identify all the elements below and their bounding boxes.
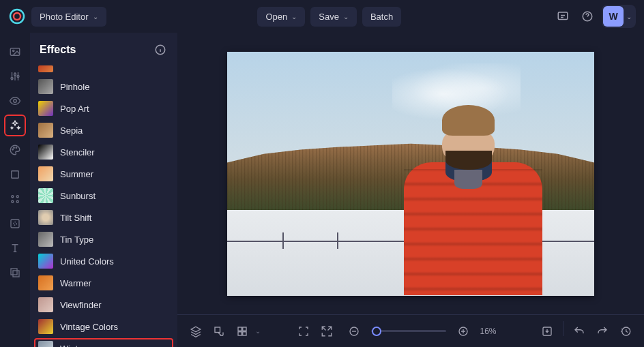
rail-palette-icon[interactable] xyxy=(4,139,26,161)
undo-icon[interactable] xyxy=(569,321,589,342)
effect-label: Winter xyxy=(60,344,86,348)
effect-label: United Colors xyxy=(60,256,114,267)
rail-eye-icon[interactable] xyxy=(4,90,26,112)
effect-thumb xyxy=(38,79,53,94)
effect-label: Pinhole xyxy=(60,82,89,92)
rail-text-icon[interactable] xyxy=(4,237,26,259)
effect-label: Stenciler xyxy=(60,147,95,157)
feedback-icon[interactable] xyxy=(553,6,573,27)
effect-item-tin-type[interactable]: Tin Type xyxy=(34,229,173,250)
svg-rect-27 xyxy=(243,331,246,335)
svg-point-14 xyxy=(12,196,14,198)
effect-thumb xyxy=(38,254,53,269)
rail-image-icon[interactable] xyxy=(4,41,26,63)
redo-icon[interactable] xyxy=(592,321,613,342)
effect-thumb xyxy=(38,319,53,334)
effect-label: Tin Type xyxy=(60,235,93,245)
effect-label: Viewfinder xyxy=(60,300,101,310)
effect-label: Sunburst xyxy=(60,191,96,201)
avatar: W xyxy=(603,6,624,27)
svg-point-16 xyxy=(12,200,14,202)
app-logo[interactable] xyxy=(8,7,26,25)
rail-effects-icon[interactable] xyxy=(4,115,26,136)
effect-item-pinhole[interactable]: Pinhole xyxy=(34,76,173,97)
svg-rect-20 xyxy=(11,269,17,275)
app-mode-dropdown[interactable]: Photo Editor ⌄ xyxy=(31,7,106,27)
expand-icon[interactable] xyxy=(209,321,229,342)
batch-button[interactable]: Batch xyxy=(362,7,401,27)
save-label: Save xyxy=(319,12,339,22)
svg-rect-24 xyxy=(238,327,241,331)
history-icon[interactable] xyxy=(615,321,636,342)
effect-thumb xyxy=(38,101,53,116)
effect-label: Summer xyxy=(60,169,93,179)
effect-item-stenciler[interactable]: Stenciler xyxy=(34,142,173,162)
canvas-image[interactable] xyxy=(227,52,594,296)
svg-point-12 xyxy=(16,147,17,149)
fit-screen-icon[interactable] xyxy=(293,321,314,342)
effect-item-sunburst[interactable]: Sunburst xyxy=(34,185,173,206)
effect-thumb xyxy=(38,166,53,181)
rail-overlay-icon[interactable] xyxy=(4,262,26,284)
zoom-out-icon[interactable] xyxy=(344,321,364,342)
effect-item-summer[interactable]: Summer xyxy=(34,164,173,184)
svg-point-15 xyxy=(16,196,18,198)
effect-item-united-colors[interactable]: United Colors xyxy=(34,251,173,271)
svg-rect-18 xyxy=(11,220,19,228)
zoom-value: 16% xyxy=(480,327,505,336)
effect-thumb xyxy=(38,232,53,247)
layers-icon[interactable] xyxy=(186,321,206,342)
save-button[interactable]: Save ⌄ xyxy=(310,7,357,27)
effect-thumb xyxy=(38,341,53,347)
effect-thumb xyxy=(38,145,53,160)
effect-item-sepia[interactable]: Sepia xyxy=(34,120,173,140)
svg-rect-13 xyxy=(12,171,19,179)
open-button[interactable]: Open ⌄ xyxy=(257,7,305,27)
zoom-in-icon[interactable] xyxy=(453,321,473,342)
panel-title: Effects xyxy=(40,44,76,56)
svg-point-17 xyxy=(16,200,18,202)
rail-crop-icon[interactable] xyxy=(4,164,26,185)
effect-item-tilt-shift[interactable]: Tilt Shift xyxy=(34,207,173,228)
svg-rect-25 xyxy=(243,327,246,331)
svg-rect-23 xyxy=(215,327,220,333)
info-icon[interactable] xyxy=(153,42,168,57)
actual-size-icon[interactable] xyxy=(317,321,337,342)
grid-view-icon[interactable] xyxy=(232,321,252,342)
app-mode-label: Photo Editor xyxy=(40,12,89,22)
rail-focus-icon[interactable] xyxy=(4,213,26,235)
chevron-down-icon[interactable]: ⌄ xyxy=(255,327,261,335)
download-icon[interactable] xyxy=(537,321,557,342)
help-icon[interactable] xyxy=(577,6,598,27)
effect-thumb xyxy=(38,123,53,138)
effect-item-pop-art[interactable]: Pop Art xyxy=(34,98,173,119)
svg-point-7 xyxy=(14,74,16,76)
effect-item-warmer[interactable]: Warmer xyxy=(34,273,173,293)
rail-grid-icon[interactable] xyxy=(4,188,26,210)
user-menu[interactable]: W ⌄ xyxy=(602,5,636,28)
svg-point-0 xyxy=(10,10,24,23)
effect-item-vintage-colors[interactable]: Vintage Colors xyxy=(34,316,173,337)
effect-item-winter[interactable]: Winter xyxy=(34,338,173,347)
chevron-down-icon: ⌄ xyxy=(291,13,297,20)
effect-label: Tilt Shift xyxy=(60,213,91,223)
effect-label: Pop Art xyxy=(60,104,89,114)
chevron-down-icon: ⌄ xyxy=(343,13,349,20)
svg-point-11 xyxy=(14,147,15,149)
svg-rect-26 xyxy=(238,331,241,335)
chevron-down-icon: ⌄ xyxy=(93,13,98,20)
effect-label: Vintage Colors xyxy=(60,322,118,332)
svg-point-1 xyxy=(14,13,20,20)
svg-point-6 xyxy=(11,78,13,80)
svg-point-10 xyxy=(12,149,14,151)
svg-point-9 xyxy=(14,100,17,103)
svg-point-5 xyxy=(13,50,14,51)
batch-label: Batch xyxy=(370,12,393,22)
effect-item-viewfinder[interactable]: Viewfinder xyxy=(34,295,173,315)
svg-point-8 xyxy=(17,76,19,78)
open-label: Open xyxy=(265,12,287,22)
zoom-slider[interactable] xyxy=(371,330,446,332)
rail-adjust-icon[interactable] xyxy=(4,65,26,87)
zoom-slider-thumb[interactable] xyxy=(372,327,381,336)
effect-item-cut[interactable] xyxy=(34,63,173,75)
